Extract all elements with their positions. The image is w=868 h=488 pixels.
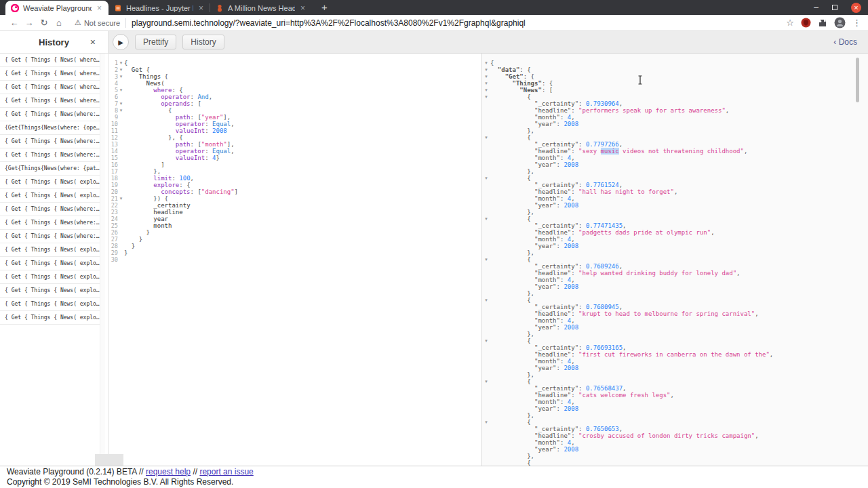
extension-puzzle-icon[interactable] (818, 18, 827, 28)
code-line: 29} (108, 249, 481, 256)
history-item[interactable]: { Get { Things { News( explo… (0, 311, 100, 325)
tab-close-icon[interactable]: × (197, 3, 205, 13)
code-line: "month": 4, (482, 236, 868, 243)
history-item[interactable]: { Get { Things { News(where:… (0, 108, 100, 121)
code-text: "_certainty": 0.76693165, (490, 344, 627, 351)
code-text: year (124, 216, 168, 222)
playground-footer: Weaviate Playground (0.2.14) BETA // req… (0, 466, 868, 488)
omnibox-divider (125, 18, 126, 28)
code-line: 16 ] (108, 161, 481, 168)
fold-arrow-icon[interactable]: ▾ (482, 134, 490, 141)
window-maximize-icon[interactable] (832, 5, 837, 10)
history-item[interactable]: { Get { Things { News(where:… (0, 148, 100, 162)
history-item[interactable]: { Get { Things { News( explo… (0, 284, 100, 298)
fold-arrow-icon[interactable]: ▾ (482, 66, 490, 73)
history-item[interactable]: { Get { Things { News( explo… (0, 257, 100, 270)
history-item[interactable]: { Get { Things { News(where:… (0, 230, 100, 243)
history-item[interactable]: { Get { Things { News( where… (0, 81, 100, 94)
fold-arrow-icon[interactable]: ▾ (118, 107, 124, 114)
history-item[interactable]: { Get { Things { News( explo… (0, 176, 100, 189)
fold-arrow-icon[interactable]: ▾ (118, 100, 124, 107)
report-issue-link[interactable]: report an issue (199, 467, 253, 476)
reload-icon[interactable]: ↻ (37, 18, 52, 28)
history-item[interactable]: { Get { Things { News( where… (0, 54, 100, 67)
browser-tab[interactable]: Headlines - Jupyter Noteb× (108, 1, 210, 15)
fold-arrow-icon[interactable]: ▾ (118, 87, 124, 94)
history-item[interactable]: { Get { Things { News( explo… (0, 189, 100, 203)
history-item[interactable]: { Get { Things { News(where:… (0, 203, 100, 216)
code-text: { (490, 175, 531, 182)
history-item[interactable]: {Get{Things{News(where: {pat… (0, 162, 100, 176)
code-text: operator: And, (124, 94, 212, 100)
history-item[interactable]: { Get { Things { News(where:… (0, 216, 100, 230)
fold-arrow-icon[interactable]: ▾ (482, 73, 490, 80)
fold-arrow-icon[interactable]: ▾ (482, 338, 490, 344)
code-line: "headline": "krupt to head to melbourne … (482, 310, 868, 317)
code-text: News( (124, 80, 165, 87)
prettify-button[interactable]: Prettify (135, 35, 176, 49)
forward-icon[interactable]: → (22, 18, 37, 28)
fold-arrow-icon[interactable]: ▾ (118, 66, 124, 73)
history-item[interactable]: { Get { Things { News( where… (0, 94, 100, 108)
url-bar[interactable]: playground.semi.technology/?weaviate_uri… (132, 18, 781, 28)
history-scrollbar[interactable] (100, 54, 105, 466)
line-number: 11 (108, 127, 118, 134)
code-line: ▾ { (482, 256, 868, 263)
history-item[interactable]: { Get { Things { News( explo… (0, 243, 100, 257)
fold-arrow-icon[interactable]: ▾ (482, 297, 490, 304)
fold-arrow-icon[interactable]: ▾ (482, 419, 490, 426)
fold-arrow-icon[interactable]: ▾ (482, 60, 490, 66)
code-line: "year": 2008 (482, 365, 868, 371)
back-icon[interactable]: ← (7, 18, 22, 28)
tab-close-icon[interactable]: × (299, 3, 307, 13)
code-line: "headline": "help wanted drinking buddy … (482, 270, 868, 277)
extension-shield-icon[interactable] (801, 18, 811, 28)
line-number: 27 (108, 236, 118, 243)
fold-arrow-icon[interactable]: ▾ (118, 73, 124, 80)
fold-arrow-icon[interactable]: ▾ (118, 195, 124, 202)
code-line: 26 } (108, 229, 481, 236)
code-line: ▾ { (482, 419, 868, 426)
fold-arrow-icon[interactable]: ▾ (482, 94, 490, 100)
request-help-link[interactable]: request help (146, 467, 191, 476)
history-item[interactable]: { Get { Things { News( explo… (0, 270, 100, 284)
line-number: 24 (108, 216, 118, 222)
code-text: { (490, 216, 531, 222)
code-text: "_certainty": 0.7650653, (490, 426, 623, 432)
browser-tab[interactable]: A Million News Headlines× (210, 1, 312, 15)
window-minimize-icon[interactable]: – (814, 3, 818, 12)
profile-avatar[interactable] (834, 17, 846, 28)
fold-arrow-icon[interactable]: ▾ (482, 87, 490, 94)
code-line: "month": 4, (482, 358, 868, 365)
window-close-icon[interactable]: × (851, 3, 861, 13)
history-close-icon[interactable]: × (90, 37, 96, 47)
site-security-indicator[interactable]: ⚠ Not secure (75, 18, 120, 27)
line-number: 28 (108, 243, 118, 249)
home-icon[interactable]: ⌂ (52, 18, 66, 28)
history-item[interactable]: {Get{Things{News(where: {ope… (0, 121, 100, 135)
code-line: 1▾{ (108, 60, 481, 66)
history-item[interactable]: { Get { Things { News(where:… (0, 135, 100, 148)
history-button[interactable]: History (182, 35, 224, 49)
code-line: 21▾ }) { (108, 195, 481, 202)
fold-arrow-icon[interactable]: ▾ (482, 378, 490, 385)
fold-arrow-icon[interactable]: ▾ (482, 256, 490, 263)
browser-tab[interactable]: Weaviate Playground× (5, 1, 108, 15)
fold-arrow-icon[interactable]: ▾ (482, 80, 490, 87)
docs-toggle[interactable]: ‹ Docs (833, 37, 857, 47)
fold-arrow-icon[interactable]: ▾ (482, 175, 490, 182)
query-editor[interactable]: 1▾{2▾ Get {3▾ Things {4 News(5▾ where: {… (108, 54, 481, 466)
history-item[interactable]: { Get { Things { News( explo… (0, 298, 100, 311)
browser-menu-icon[interactable]: ⋮ (852, 18, 861, 28)
fold-arrow-icon[interactable]: ▾ (118, 60, 124, 66)
fold-arrow-icon[interactable]: ▾ (482, 216, 490, 222)
history-item[interactable]: { Get { Things { News( where… (0, 67, 100, 81)
response-scrollbar-thumb[interactable] (856, 58, 859, 102)
tab-close-icon[interactable]: × (96, 3, 103, 13)
execute-query-button[interactable]: ▶ (113, 34, 129, 50)
code-text: valueInt: 2008 (124, 127, 227, 134)
code-text: "headline": "performers speak up for art… (490, 107, 729, 114)
code-text: "month": 4, (490, 358, 575, 365)
new-tab-icon[interactable]: + (321, 1, 328, 13)
bookmark-star-icon[interactable]: ☆ (786, 18, 794, 28)
